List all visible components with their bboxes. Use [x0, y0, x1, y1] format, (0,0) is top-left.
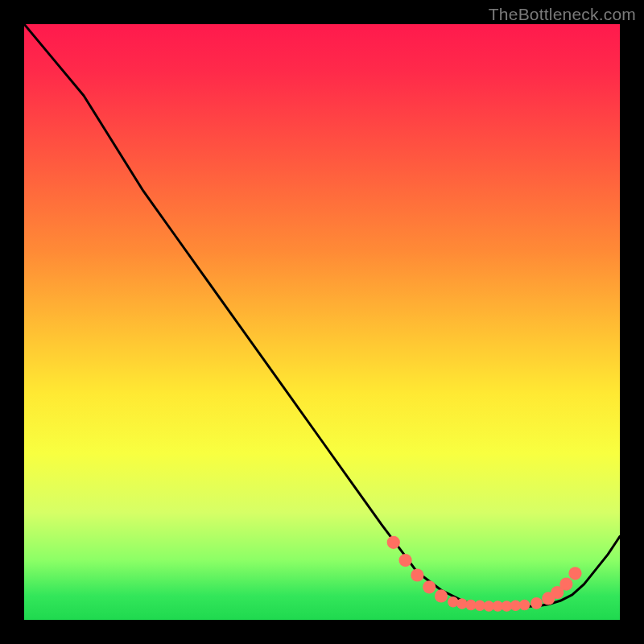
marker-dot — [484, 601, 494, 611]
marker-dot — [530, 597, 543, 609]
marker-dot — [387, 536, 400, 549]
marker-dot — [465, 600, 476, 610]
marker-dot — [542, 592, 555, 605]
chart-frame: TheBottleneck.com — [0, 0, 644, 644]
marker-dot — [510, 601, 521, 611]
marker-dot — [559, 578, 572, 591]
marker-dot — [448, 597, 458, 607]
markers-group — [387, 536, 582, 612]
marker-dot — [399, 554, 412, 567]
marker-dot — [551, 586, 564, 599]
marker-dot — [519, 600, 530, 610]
plot-area — [24, 24, 620, 620]
watermark-text: TheBottleneck.com — [489, 5, 636, 24]
bottleneck-curve — [24, 24, 620, 607]
marker-dot — [423, 580, 436, 593]
marker-dot — [474, 601, 485, 611]
marker-dot — [502, 601, 512, 611]
marker-dot — [456, 598, 467, 609]
marker-dot — [568, 567, 581, 580]
chart-svg — [24, 24, 620, 620]
marker-dot — [435, 589, 448, 602]
marker-dot — [411, 568, 423, 581]
marker-dot — [493, 601, 503, 611]
